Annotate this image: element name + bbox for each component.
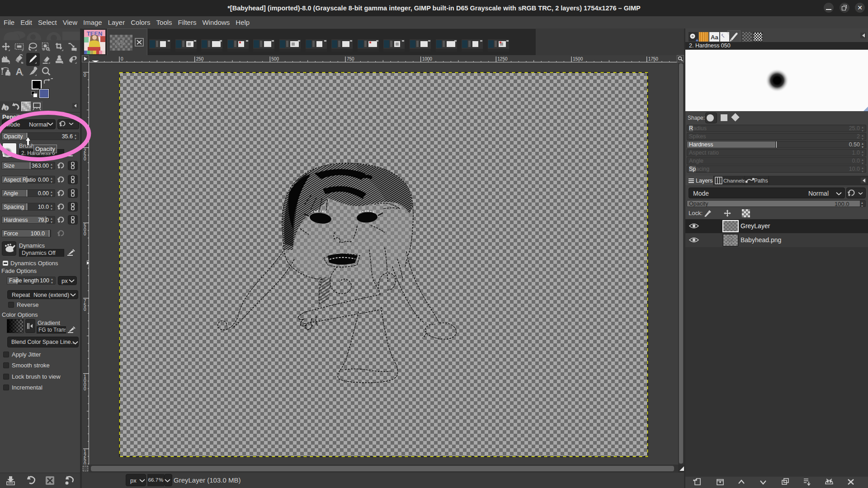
svg-text:A: A xyxy=(16,66,23,77)
svg-text:1000: 1000 xyxy=(422,56,433,61)
svg-text:1750: 1750 xyxy=(648,56,659,61)
svg-text:0: 0 xyxy=(84,307,86,312)
svg-text:Aa: Aa xyxy=(711,34,718,41)
svg-text:0: 0 xyxy=(84,386,86,391)
svg-text:0: 0 xyxy=(84,231,86,236)
svg-text:250: 250 xyxy=(196,56,204,61)
svg-text:1250: 1250 xyxy=(497,56,508,61)
svg-text:0: 0 xyxy=(84,461,86,465)
svg-text:500: 500 xyxy=(271,56,279,61)
svg-text:750: 750 xyxy=(347,56,354,61)
svg-text:0: 0 xyxy=(121,56,123,61)
svg-text:0: 0 xyxy=(84,73,86,78)
svg-text:1500: 1500 xyxy=(573,56,583,61)
